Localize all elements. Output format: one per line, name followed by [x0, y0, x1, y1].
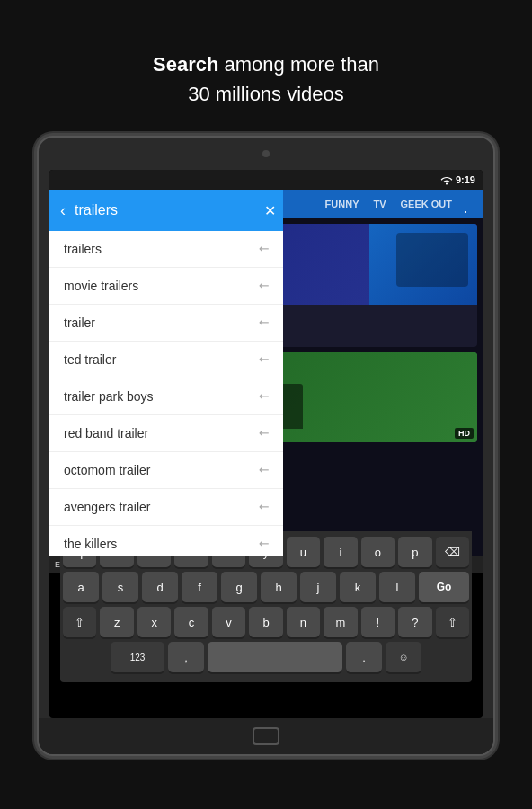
- key-123[interactable]: 123: [111, 642, 164, 672]
- suggestion-arrow-2: ↗: [254, 314, 272, 332]
- key-m[interactable]: m: [324, 607, 357, 637]
- suggestion-item-5[interactable]: red band trailer ↗: [49, 415, 283, 452]
- key-x[interactable]: x: [137, 607, 171, 637]
- three-dots-menu[interactable]: ⋮: [454, 204, 477, 218]
- key-c[interactable]: c: [174, 607, 208, 637]
- app-area: FUNNY TV GEEK OUT ⋮: [49, 190, 483, 556]
- tablet: 9:19 FUNNY TV GEEK OUT ⋮: [37, 136, 495, 756]
- suggestion-item-0[interactable]: trailers ↗: [49, 231, 283, 268]
- key-i[interactable]: i: [324, 537, 357, 567]
- key-d[interactable]: d: [142, 572, 178, 602]
- suggestion-arrow-1: ↗: [254, 277, 272, 295]
- key-delete[interactable]: ⌫: [436, 537, 469, 567]
- camera: [262, 150, 270, 157]
- key-s[interactable]: s: [102, 572, 138, 602]
- key-p[interactable]: p: [398, 537, 431, 567]
- suggestion-text-4: trailer park boys: [64, 389, 154, 404]
- header-section: Search among more than 30 millions video…: [153, 49, 379, 109]
- header-line2: 30 millions videos: [188, 83, 344, 105]
- tablet-bottom-bar: [39, 718, 493, 754]
- suggestion-text-2: trailer: [64, 316, 95, 330]
- suggestion-text-7: avengers trailer: [64, 500, 151, 514]
- suggestion-item-2[interactable]: trailer ↗: [49, 305, 283, 342]
- suggestion-text-6: octomom trailer: [64, 463, 150, 477]
- keyboard-row-2: a s d f g h j k l Go: [63, 572, 469, 602]
- header-search-word: Search: [153, 53, 218, 76]
- wifi-icon: [440, 175, 453, 185]
- key-k[interactable]: k: [340, 572, 376, 602]
- status-bar: 9:19: [49, 170, 483, 190]
- key-b[interactable]: b: [249, 607, 282, 637]
- home-button[interactable]: [253, 727, 279, 745]
- keyboard-row-3: ⇧ z x c v b n m ! ? ⇧: [63, 607, 469, 637]
- search-overlay: ‹ trailers ✕ trailers ↗ movie trailers ↗…: [49, 190, 283, 556]
- key-shift-right[interactable]: ⇧: [436, 607, 469, 637]
- suggestion-text-8: the killers: [64, 537, 117, 551]
- key-f[interactable]: f: [182, 572, 217, 602]
- key-o[interactable]: o: [361, 537, 395, 567]
- key-a[interactable]: a: [63, 572, 99, 602]
- key-z[interactable]: z: [100, 607, 133, 637]
- suggestion-text-1: movie trailers: [64, 279, 138, 293]
- key-shift-left[interactable]: ⇧: [63, 607, 96, 637]
- suggestion-text-3: ted trailer: [64, 352, 116, 367]
- header-line1: Search among more than: [153, 53, 379, 76]
- suggestion-arrow-6: ↗: [254, 461, 272, 479]
- suggestion-text-0: trailers: [64, 242, 102, 256]
- tab-tv[interactable]: TV: [366, 190, 393, 218]
- key-exclaim[interactable]: !: [361, 607, 395, 637]
- suggestion-arrow-8: ↗: [254, 535, 272, 553]
- suggestion-item-6[interactable]: octomom trailer ↗: [49, 452, 283, 489]
- key-g[interactable]: g: [221, 572, 257, 602]
- suggestion-list: trailers ↗ movie trailers ↗ trailer ↗ te…: [49, 231, 283, 556]
- suggestion-text-5: red band trailer: [64, 426, 148, 440]
- tab-geek-out[interactable]: GEEK OUT: [394, 190, 459, 218]
- suggestion-item-1[interactable]: movie trailers ↗: [49, 268, 283, 305]
- search-bar[interactable]: ‹ trailers ✕: [49, 190, 283, 231]
- suggestion-arrow-7: ↗: [254, 498, 272, 516]
- key-emoji[interactable]: ☺: [386, 642, 421, 672]
- search-back-button[interactable]: ‹: [57, 200, 69, 222]
- suggestion-item-3[interactable]: ted trailer ↗: [49, 342, 283, 378]
- suggestion-item-7[interactable]: avengers trailer ↗: [49, 489, 283, 526]
- key-j[interactable]: j: [300, 572, 336, 602]
- key-go[interactable]: Go: [419, 572, 469, 602]
- key-v[interactable]: v: [212, 607, 245, 637]
- keyboard-row-4: 123 , . ☺: [63, 642, 469, 672]
- screen: 9:19 FUNNY TV GEEK OUT ⋮: [49, 170, 483, 718]
- suggestion-item-8[interactable]: the killers ↗: [49, 526, 283, 556]
- key-question[interactable]: ?: [398, 607, 431, 637]
- key-period[interactable]: .: [346, 642, 382, 672]
- key-h[interactable]: h: [261, 572, 297, 602]
- key-u[interactable]: u: [287, 537, 320, 567]
- suggestion-arrow-3: ↗: [254, 351, 272, 369]
- search-clear-button[interactable]: ✕: [264, 202, 276, 219]
- tab-funny[interactable]: FUNNY: [318, 190, 367, 218]
- key-comma[interactable]: ,: [168, 642, 204, 672]
- search-query[interactable]: trailers: [75, 202, 259, 218]
- key-l[interactable]: l: [379, 572, 415, 602]
- status-time: 9:19: [456, 174, 475, 185]
- suggestion-arrow-4: ↗: [254, 387, 272, 405]
- status-icons: 9:19: [440, 174, 475, 185]
- suggestion-arrow-5: ↗: [254, 424, 272, 442]
- key-space[interactable]: [208, 642, 342, 672]
- hd-badge: HD: [455, 428, 474, 439]
- key-n[interactable]: n: [287, 607, 320, 637]
- suggestion-arrow-0: ↗: [254, 240, 272, 258]
- suggestion-item-4[interactable]: trailer park boys ↗: [49, 378, 283, 415]
